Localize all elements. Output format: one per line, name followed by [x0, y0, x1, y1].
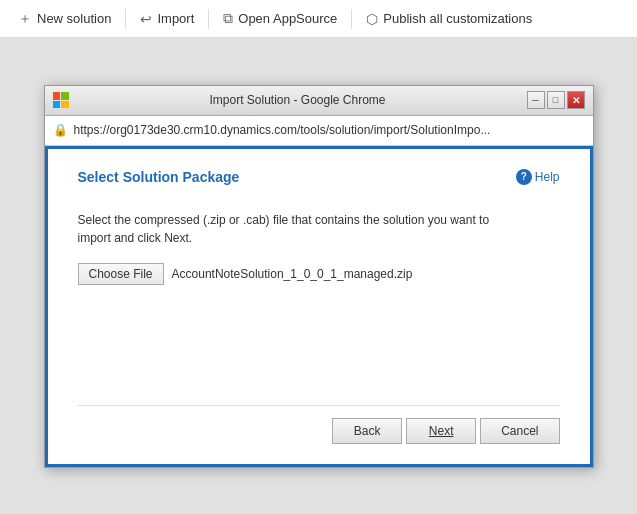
description-line1: Select the compressed (.zip or .cab) fil…: [78, 213, 490, 227]
selected-file-name: AccountNoteSolution_1_0_0_1_managed.zip: [172, 267, 413, 281]
chrome-window: Import Solution - Google Chrome ─ □ ✕ 🔒 …: [44, 85, 594, 468]
file-input-row: Choose File AccountNoteSolution_1_0_0_1_…: [78, 263, 560, 285]
open-appsource-label: Open AppSource: [238, 11, 337, 26]
open-appsource-button[interactable]: ⧉ Open AppSource: [213, 4, 347, 33]
minimize-icon: ─: [532, 95, 538, 105]
close-button[interactable]: ✕: [567, 91, 585, 109]
win-logo-q3: [53, 101, 61, 109]
publish-all-label: Publish all customizations: [383, 11, 532, 26]
modal-overlay: Import Solution - Google Chrome ─ □ ✕ 🔒 …: [0, 38, 637, 514]
window-controls: ─ □ ✕: [527, 91, 585, 109]
appsource-icon: ⧉: [223, 10, 233, 27]
minimize-button[interactable]: ─: [527, 91, 545, 109]
window-title: Import Solution - Google Chrome: [69, 93, 527, 107]
new-solution-label: New solution: [37, 11, 111, 26]
separator-3: [351, 9, 352, 29]
main-toolbar: ＋ New solution ↩ Import ⧉ Open AppSource…: [0, 0, 637, 38]
dialog-content: Select Solution Package ? Help Select th…: [45, 146, 593, 467]
spacer: [78, 305, 560, 405]
windows-logo: [53, 92, 69, 108]
next-button[interactable]: Next: [406, 418, 476, 444]
publish-all-button[interactable]: ⬡ Publish all customizations: [356, 5, 542, 33]
win-logo-q4: [61, 101, 69, 109]
chrome-titlebar: Import Solution - Google Chrome ─ □ ✕: [45, 86, 593, 116]
background-area: Import Solution - Google Chrome ─ □ ✕ 🔒 …: [0, 38, 637, 514]
import-button[interactable]: ↩ Import: [130, 5, 204, 33]
separator-1: [125, 9, 126, 29]
maximize-button[interactable]: □: [547, 91, 565, 109]
help-link[interactable]: ? Help: [516, 169, 560, 185]
help-label: Help: [535, 170, 560, 184]
lock-icon: 🔒: [53, 123, 68, 137]
plus-icon: ＋: [18, 10, 32, 28]
maximize-icon: □: [553, 95, 558, 105]
import-icon: ↩: [140, 11, 152, 27]
description-text: Select the compressed (.zip or .cab) fil…: [78, 211, 560, 247]
choose-file-button[interactable]: Choose File: [78, 263, 164, 285]
separator-2: [208, 9, 209, 29]
import-label: Import: [157, 11, 194, 26]
back-button[interactable]: Back: [332, 418, 402, 444]
help-icon: ?: [516, 169, 532, 185]
new-solution-button[interactable]: ＋ New solution: [8, 4, 121, 34]
win-logo-q1: [53, 92, 61, 100]
win-logo-q2: [61, 92, 69, 100]
url-bar[interactable]: https://org0173de30.crm10.dynamics.com/t…: [74, 123, 585, 137]
section-title: Select Solution Package: [78, 169, 240, 185]
description-line2: import and click Next.: [78, 231, 193, 245]
publish-icon: ⬡: [366, 11, 378, 27]
close-icon: ✕: [572, 95, 580, 106]
chrome-addressbar: 🔒 https://org0173de30.crm10.dynamics.com…: [45, 116, 593, 146]
cancel-button[interactable]: Cancel: [480, 418, 559, 444]
